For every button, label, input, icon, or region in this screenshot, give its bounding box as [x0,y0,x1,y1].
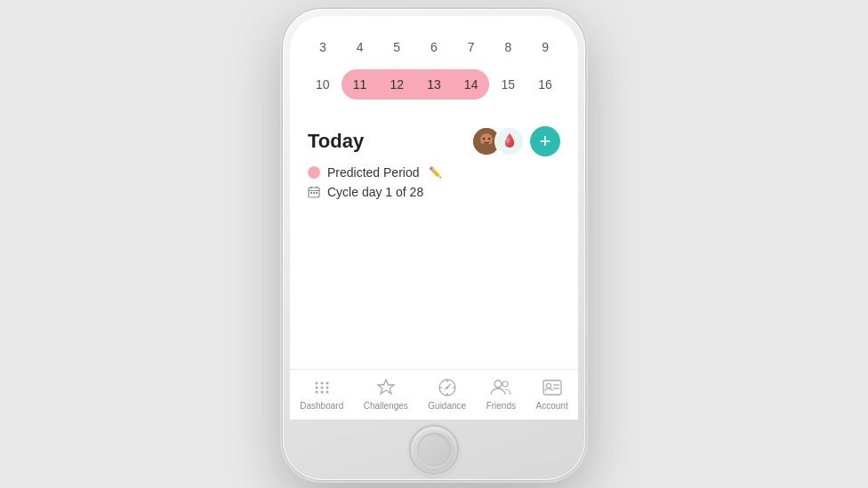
challenges-label: Challenges [364,401,408,411]
nav-dashboard[interactable]: Dashboard [300,377,343,411]
day-7[interactable]: 7 [455,32,487,62]
today-section: Today [290,119,578,369]
svg-point-18 [320,386,323,388]
day-13[interactable]: 13 [418,69,450,100]
bottom-nav: Dashboard Challenges [290,369,578,420]
day-11[interactable]: 11 [344,69,376,100]
nav-guidance[interactable]: Guidance [428,377,466,411]
guidance-label: Guidance [428,401,466,411]
svg-point-29 [494,380,502,388]
svg-point-20 [315,390,317,393]
calendar: 3 4 5 6 7 8 9 10 11 12 13 14 15 [290,32,578,107]
friends-label: Friends [486,401,516,411]
svg-point-21 [320,390,323,393]
nav-challenges[interactable]: Challenges [364,377,408,411]
day-10[interactable]: 10 [307,69,339,100]
edit-icon[interactable]: ✏️ [429,166,442,179]
svg-point-15 [320,381,323,384]
svg-rect-13 [316,192,317,194]
day-12[interactable]: 12 [381,69,413,100]
day-6[interactable]: 6 [418,32,450,62]
calendar-row-1: 3 4 5 6 7 8 9 [304,32,564,62]
svg-point-22 [326,390,328,393]
screen-content: 3 4 5 6 7 8 9 10 11 12 13 14 15 [290,16,578,420]
calendar-row-2: 10 11 12 13 14 15 16 [304,69,564,100]
account-label: Account [536,401,568,411]
friends-icon [489,377,512,398]
guidance-icon [436,377,459,398]
svg-point-16 [326,381,328,384]
phone-bottom [290,420,578,480]
day-16[interactable]: 16 [529,69,561,100]
avatar-2 [494,126,525,156]
day-9[interactable]: 9 [529,32,561,62]
svg-point-3 [483,137,485,139]
svg-point-30 [502,381,508,387]
home-button-inner [417,433,451,467]
cycle-label: Cycle day 1 of 28 [327,185,423,199]
day-14[interactable]: 14 [455,69,487,100]
svg-point-14 [315,381,317,384]
predicted-period-row: Predicted Period ✏️ [308,165,560,180]
nav-account[interactable]: Account [536,377,568,411]
svg-point-17 [315,386,317,388]
nav-friends[interactable]: Friends [486,377,516,411]
day-15[interactable]: 15 [492,69,524,100]
svg-point-6 [506,138,510,143]
calendar-icon [308,186,320,198]
account-icon [541,377,564,398]
dashboard-icon [310,377,334,398]
home-button[interactable] [411,427,457,473]
today-title: Today [308,130,364,153]
svg-rect-31 [543,380,561,395]
svg-rect-12 [313,192,315,194]
add-button[interactable]: + [530,126,560,156]
day-4[interactable]: 4 [344,32,376,62]
predicted-period-label: Predicted Period [327,165,420,180]
day-8[interactable]: 8 [492,32,524,62]
today-actions: + [471,126,560,156]
svg-point-19 [326,386,328,388]
period-dot [308,166,320,179]
phone-screen: 3 4 5 6 7 8 9 10 11 12 13 14 15 [290,16,578,420]
phone-frame: 3 4 5 6 7 8 9 10 11 12 13 14 15 [283,9,585,480]
challenges-icon [374,377,398,398]
day-3[interactable]: 3 [307,32,339,62]
dashboard-label: Dashboard [300,401,343,411]
svg-point-32 [546,383,551,388]
avatar-stack [471,126,525,156]
day-5[interactable]: 5 [381,32,413,62]
today-header: Today [308,126,560,156]
svg-rect-11 [310,192,312,194]
cycle-day-row: Cycle day 1 of 28 [308,185,560,199]
svg-point-4 [488,137,490,139]
